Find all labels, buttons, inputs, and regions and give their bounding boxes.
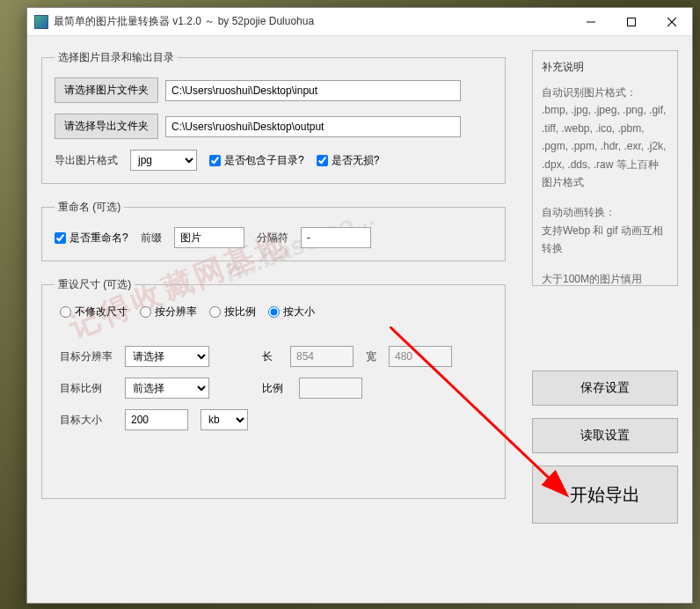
mode-res-input[interactable] <box>140 306 151 318</box>
resize-mode-row: 不修改尺寸 按分辨率 按比例 按大小 <box>55 304 492 319</box>
mode-size-radio[interactable]: 按大小 <box>268 304 315 319</box>
window-body: 记得收藏网基地 h...base.co... 选择图片目录和输出目录 请选择图片… <box>27 36 692 603</box>
mode-size-label: 按大小 <box>283 304 315 319</box>
ratio-select[interactable]: 前选择 <box>125 378 209 399</box>
resize-group: 重设尺寸 (可选) 不修改尺寸 按分辨率 按比例 <box>41 277 506 499</box>
include-subdirs-checkbox[interactable]: 是否包含子目录? <box>209 153 304 168</box>
maximize-button[interactable] <box>611 8 652 36</box>
target-size-label: 目标大小 <box>60 413 113 428</box>
titlebar[interactable]: 最简单的图片批量转换器 v1.2.0 ～ by 52pojie Duluohua <box>27 8 692 36</box>
mode-res-radio[interactable]: 按分辨率 <box>140 304 197 319</box>
mode-ratio-input[interactable] <box>209 306 221 318</box>
info-title: 补充说明 <box>542 60 668 75</box>
info-box: 补充说明 自动识别图片格式： .bmp, .jpg, .jpeg, .png, … <box>532 50 678 286</box>
folders-legend: 选择图片目录和输出目录 <box>55 50 178 65</box>
separator-label: 分隔符 <box>257 231 288 246</box>
include-subdirs-label: 是否包含子目录? <box>224 153 304 168</box>
rename-enable-checkbox[interactable]: 是否重命名? <box>55 231 128 246</box>
ratio-sub-label: 比例 <box>262 381 287 396</box>
include-subdirs-input[interactable] <box>209 155 221 166</box>
load-settings-button[interactable]: 读取设置 <box>532 418 678 453</box>
minimize-icon <box>587 18 595 26</box>
lossless-checkbox[interactable]: 是否无损? <box>317 153 380 168</box>
svg-rect-0 <box>628 18 636 26</box>
length-input[interactable] <box>290 346 354 367</box>
info-anim-text: 支持Webp 和 gif 动画互相转换 <box>542 222 668 258</box>
pick-output-folder-button[interactable]: 请选择导出文件夹 <box>55 114 158 139</box>
mode-res-label: 按分辨率 <box>155 304 197 319</box>
window-title: 最简单的图片批量转换器 v1.2.0 ～ by 52pojie Duluohua <box>54 14 571 29</box>
export-format-select[interactable]: jpg <box>130 150 197 171</box>
lossless-label: 是否无损? <box>332 153 380 168</box>
main-column: 选择图片目录和输出目录 请选择图片文件夹 请选择导出文件夹 导出图片格式 jpg <box>41 50 506 499</box>
format-row: 导出图片格式 jpg 是否包含子目录? 是否无损? <box>55 150 492 171</box>
input-folder-row: 请选择图片文件夹 <box>55 77 492 103</box>
output-folder-path[interactable] <box>165 116 461 137</box>
size-row: 目标大小 kb <box>55 409 492 430</box>
folders-group: 选择图片目录和输出目录 请选择图片文件夹 请选择导出文件夹 导出图片格式 jpg <box>41 50 506 184</box>
resolution-row: 目标分辨率 请选择 长 宽 <box>55 346 492 367</box>
info-anim-title: 自动动画转换： <box>542 203 668 221</box>
export-format-label: 导出图片格式 <box>55 153 118 168</box>
rename-group: 重命名 (可选) 是否重命名? 前缀 分隔符 <box>41 200 506 261</box>
rename-enable-input[interactable] <box>55 232 66 244</box>
size-unit-select[interactable]: kb <box>201 409 248 430</box>
pick-input-folder-button[interactable]: 请选择图片文件夹 <box>55 77 158 103</box>
resolution-select[interactable]: 请选择 <box>125 346 209 367</box>
mode-none-input[interactable] <box>60 306 71 318</box>
maximize-icon <box>627 18 636 26</box>
window-controls <box>571 8 692 36</box>
input-folder-path[interactable] <box>165 80 461 101</box>
mode-size-input[interactable] <box>268 306 280 318</box>
mode-none-radio[interactable]: 不修改尺寸 <box>60 304 128 319</box>
info-text: 自动识别图片格式： .bmp, .jpg, .jpeg, .png, .gif,… <box>542 84 668 288</box>
info-formats-list: .bmp, .jpg, .jpeg, .png, .gif, .tiff, .w… <box>542 101 668 191</box>
save-settings-button[interactable]: 保存设置 <box>532 371 678 406</box>
target-size-input[interactable] <box>125 409 188 430</box>
close-icon <box>667 18 676 26</box>
resize-legend: 重设尺寸 (可选) <box>55 277 135 292</box>
info-size-warning: 大于100M的图片慎用 <box>542 270 668 288</box>
width-label: 宽 <box>366 349 376 364</box>
lossless-input[interactable] <box>317 155 328 166</box>
ratio-row: 目标比例 前选择 比例 <box>55 378 492 399</box>
app-window: 最简单的图片批量转换器 v1.2.0 ～ by 52pojie Duluohua… <box>26 7 693 604</box>
app-icon <box>34 15 48 29</box>
mode-ratio-label: 按比例 <box>224 304 256 319</box>
mode-none-label: 不修改尺寸 <box>75 304 128 319</box>
rename-legend: 重命名 (可选) <box>55 200 124 215</box>
rename-row: 是否重命名? 前缀 分隔符 <box>55 227 492 248</box>
resolution-label: 目标分辨率 <box>60 349 113 364</box>
mode-ratio-radio[interactable]: 按比例 <box>209 304 256 319</box>
info-formats-title: 自动识别图片格式： <box>542 84 668 101</box>
close-button[interactable] <box>652 8 692 36</box>
start-export-button[interactable]: 开始导出 <box>532 466 678 524</box>
minimize-button[interactable] <box>571 8 611 36</box>
separator-input[interactable] <box>301 227 371 248</box>
rename-enable-label: 是否重命名? <box>69 231 128 246</box>
width-input[interactable] <box>389 346 452 367</box>
output-folder-row: 请选择导出文件夹 <box>55 114 492 139</box>
prefix-input[interactable] <box>174 227 244 248</box>
side-panel: 补充说明 自动识别图片格式： .bmp, .jpg, .jpeg, .png, … <box>532 50 678 524</box>
length-label: 长 <box>262 349 278 364</box>
prefix-label: 前缀 <box>141 231 162 246</box>
ratio-input[interactable] <box>299 378 362 399</box>
ratio-label: 目标比例 <box>60 381 113 396</box>
